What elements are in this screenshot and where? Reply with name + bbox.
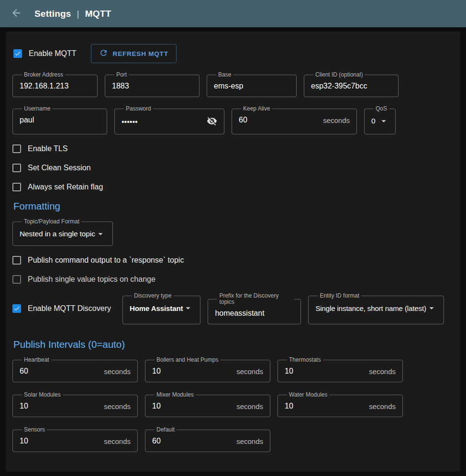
client-id-field[interactable]: Client ID (optional) esp32-395c7bcc (304, 72, 399, 97)
mixer-interval-field[interactable]: Mixer Modules 10 seconds (145, 392, 270, 417)
toggle-password-visibility-button[interactable] (207, 116, 217, 128)
connection-options: Enable TLS Set Clean Session Always set … (12, 143, 454, 193)
qos-label: QoS (374, 106, 389, 112)
set-clean-session-label: Set Clean Session (28, 164, 91, 172)
broker-address-label: Broker Address (22, 72, 65, 78)
caret-down-icon (426, 303, 437, 313)
thermostats-interval-value: 10 (285, 367, 293, 376)
boilers-interval-unit: seconds (236, 367, 263, 376)
discovery-prefix-label: Prefix for the Discovery topics (217, 293, 294, 305)
credentials-fields-row: Username paul Password •••••• Keep Alive… (12, 106, 454, 134)
default-interval-unit: seconds (236, 437, 263, 445)
checkbox-unchecked-icon (12, 144, 21, 153)
page-title-separator: | (77, 9, 79, 19)
caret-down-icon (183, 303, 193, 313)
caret-down-icon (95, 229, 106, 239)
heartbeat-interval-value: 60 (20, 367, 28, 376)
publish-response-label: Publish command output to a `response` t… (28, 256, 184, 265)
checkbox-unchecked-icon (12, 183, 21, 191)
base-value: ems-esp (214, 82, 243, 90)
default-interval-value: 60 (152, 437, 161, 445)
base-field[interactable]: Base ems-esp (207, 72, 297, 97)
password-field[interactable]: Password •••••• (114, 106, 224, 134)
broker-address-value: 192.168.1.213 (20, 82, 68, 90)
qos-select[interactable]: QoS 0 (364, 106, 396, 134)
enable-mqtt-discovery-checkbox[interactable]: Enable MQTT Discovery (12, 303, 111, 314)
keep-alive-value: 60 (239, 116, 247, 124)
checkbox-checked-icon (13, 49, 22, 58)
mixer-interval-value: 10 (152, 402, 161, 410)
sensors-interval-value: 10 (20, 437, 28, 445)
boilers-interval-field[interactable]: Boilers and Heat Pumps 10 seconds (145, 357, 270, 382)
client-id-value: esp32-395c7bcc (311, 82, 367, 90)
broker-fields-row: Broker Address 192.168.1.213 Port 1883 B… (12, 72, 454, 97)
solar-interval-unit: seconds (104, 402, 131, 410)
page-title-secondary: MQTT (85, 9, 111, 19)
retain-flag-label: Always set Retain flag (28, 183, 103, 191)
topic-payload-format-select[interactable]: Topic/Payload Format Nested in a single … (12, 219, 113, 246)
username-label: Username (22, 106, 52, 112)
checkbox-unchecked-icon (12, 164, 21, 172)
base-label: Base (216, 72, 233, 78)
mixer-interval-unit: seconds (236, 402, 263, 410)
back-button[interactable] (10, 6, 23, 21)
broker-address-field[interactable]: Broker Address 192.168.1.213 (12, 72, 98, 97)
mqtt-settings-card: Enable MQTT REFRESH MQTT Broker Address … (6, 32, 460, 472)
client-id-label: Client ID (optional) (313, 72, 365, 78)
thermostats-interval-label: Thermostats (287, 357, 323, 363)
default-interval-label: Default (155, 427, 177, 433)
page-title-primary: Settings (34, 9, 71, 19)
keep-alive-field[interactable]: Keep Alive 60 seconds (232, 106, 357, 134)
solar-interval-label: Solar Modules (22, 392, 63, 398)
heartbeat-interval-unit: seconds (104, 367, 131, 376)
refresh-mqtt-button-label: REFRESH MQTT (113, 50, 168, 57)
heartbeat-interval-label: Heartbeat (22, 357, 51, 363)
discovery-row: Enable MQTT Discovery Discovery type Hom… (12, 293, 454, 324)
publish-single-value-label: Publish single value topics on change (28, 275, 155, 284)
username-value: paul (20, 116, 34, 124)
enable-mqtt-row: Enable MQTT REFRESH MQTT (13, 44, 454, 63)
sensors-interval-field[interactable]: Sensors 10 seconds (12, 427, 138, 452)
enable-mqtt-discovery-label: Enable MQTT Discovery (28, 304, 111, 313)
retain-flag-checkbox[interactable]: Always set Retain flag (12, 181, 454, 193)
port-value: 1883 (112, 82, 129, 90)
entity-id-format-value: Single instance, short name (latest) (315, 304, 426, 312)
publish-intervals-heading: Publish Intervals (0=auto) (13, 339, 454, 350)
water-interval-unit: seconds (369, 402, 396, 410)
discovery-type-value: Home Assistant (130, 304, 183, 312)
set-clean-session-checkbox[interactable]: Set Clean Session (12, 162, 454, 174)
password-value: •••••• (122, 118, 138, 126)
discovery-prefix-field[interactable]: Prefix for the Discovery topics homeassi… (208, 293, 301, 324)
checkbox-unchecked-icon (12, 275, 21, 284)
arrow-left-icon (11, 7, 22, 20)
enable-tls-checkbox[interactable]: Enable TLS (12, 143, 454, 155)
keep-alive-label: Keep Alive (241, 106, 272, 112)
publish-single-value-checkbox[interactable]: Publish single value topics on change (12, 274, 454, 285)
eye-off-icon (207, 116, 217, 128)
topic-payload-format-value: Nested in a single topic (20, 230, 95, 238)
water-interval-label: Water Modules (287, 392, 329, 398)
water-interval-field[interactable]: Water Modules 10 seconds (277, 392, 403, 417)
default-interval-field[interactable]: Default 60 seconds (145, 427, 270, 452)
checkbox-unchecked-icon (12, 256, 21, 265)
sensors-interval-label: Sensors (22, 427, 47, 433)
username-field[interactable]: Username paul (12, 106, 107, 134)
enable-mqtt-checkbox[interactable]: Enable MQTT (13, 48, 77, 59)
refresh-mqtt-button[interactable]: REFRESH MQTT (91, 44, 177, 63)
heartbeat-interval-field[interactable]: Heartbeat 60 seconds (12, 357, 138, 382)
port-field[interactable]: Port 1883 (105, 72, 200, 97)
entity-id-format-select[interactable]: Entity ID format Single instance, short … (308, 293, 444, 324)
thermostats-interval-field[interactable]: Thermostats 10 seconds (277, 357, 403, 382)
discovery-prefix-value: homeassistant (215, 309, 264, 318)
publish-response-checkbox[interactable]: Publish command output to a `response` t… (12, 255, 454, 266)
solar-interval-value: 10 (20, 402, 28, 410)
discovery-type-select[interactable]: Discovery type Home Assistant (122, 293, 200, 324)
solar-interval-field[interactable]: Solar Modules 10 seconds (12, 392, 138, 417)
refresh-icon (99, 48, 108, 59)
formatting-heading: Formatting (13, 200, 454, 212)
boilers-interval-label: Boilers and Heat Pumps (155, 357, 220, 363)
entity-id-format-label: Entity ID format (318, 293, 361, 299)
discovery-type-label: Discovery type (132, 293, 174, 299)
water-interval-value: 10 (285, 402, 293, 410)
page-title: Settings | MQTT (34, 9, 111, 19)
